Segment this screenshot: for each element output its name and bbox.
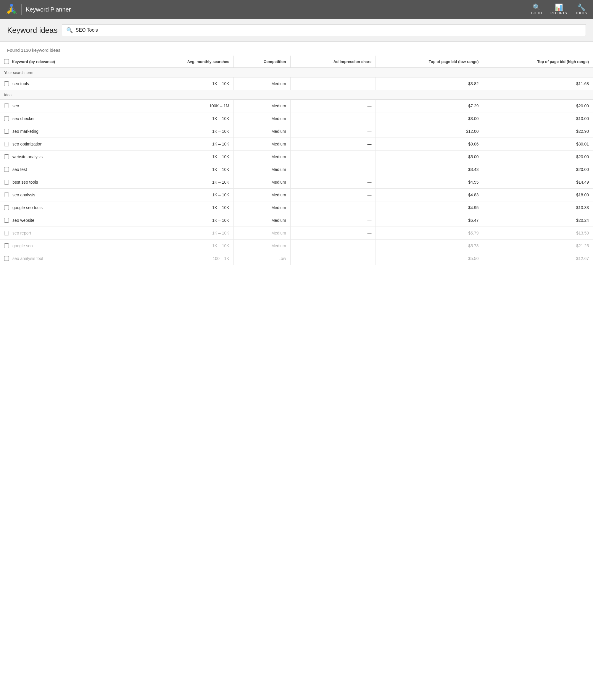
competition-cell: Low: [234, 252, 290, 265]
bid-low-cell: $6.47: [376, 214, 483, 227]
keyword-text: seo report: [12, 231, 31, 235]
keyword-cell: seo: [0, 100, 141, 113]
competition-cell: Medium: [234, 176, 290, 189]
keyword-cell: seo marketing: [0, 125, 141, 138]
row-checkbox[interactable]: [4, 256, 9, 261]
select-all-checkbox[interactable]: [4, 59, 9, 64]
row-checkbox[interactable]: [4, 103, 9, 108]
nav-reports[interactable]: 📊 REPORTS: [550, 4, 567, 15]
keyword-cell: seo test: [0, 163, 141, 176]
keyword-text: seo analysis: [12, 192, 35, 197]
bid-low-cell: $7.29: [376, 100, 483, 113]
ad-impression-cell: —: [290, 239, 376, 252]
competition-cell: Medium: [234, 202, 290, 214]
competition-cell: Medium: [234, 78, 290, 90]
results-count: Found 1130 keyword ideas: [7, 48, 61, 53]
keyword-cell: google seo tools: [0, 202, 141, 214]
bid-high-cell: $12.67: [483, 252, 593, 265]
search-box-icon: 🔍: [66, 27, 73, 33]
ad-impression-cell: —: [290, 78, 376, 90]
row-checkbox[interactable]: [4, 81, 9, 86]
bid-high-cell: $20.24: [483, 214, 593, 227]
table-row: website analysis1K – 10KMedium—$5.00$20.…: [0, 150, 593, 163]
row-checkbox[interactable]: [4, 231, 9, 235]
keyword-text: seo tools: [12, 81, 29, 86]
th-avg-monthly: Avg. monthly searches: [141, 56, 234, 68]
table-row: google seo1K – 10KMedium—$5.73$21.25: [0, 239, 593, 252]
keyword-text: seo checker: [12, 116, 35, 121]
bid-low-cell: $5.00: [376, 150, 483, 163]
results-bar: Found 1130 keyword ideas: [0, 42, 593, 56]
row-checkbox[interactable]: [4, 218, 9, 223]
table-row: seo analysis1K – 10KMedium—$4.83$18.00: [0, 189, 593, 202]
bid-high-cell: $10.00: [483, 113, 593, 125]
ad-impression-cell: —: [290, 202, 376, 214]
th-ad-impression: Ad impression share: [290, 56, 376, 68]
th-competition: Competition: [234, 56, 290, 68]
nav-tools-label: TOOLS: [575, 11, 587, 15]
avg-monthly-cell: 1K – 10K: [141, 239, 234, 252]
keyword-cell: seo tools: [0, 78, 141, 90]
keyword-cell: seo checker: [0, 113, 141, 125]
row-checkbox[interactable]: [4, 129, 9, 134]
table-row: seo tools1K – 10KMedium—$3.82$11.68: [0, 78, 593, 90]
avg-monthly-cell: 1K – 10K: [141, 150, 234, 163]
reports-icon: 📊: [555, 4, 563, 11]
avg-monthly-cell: 1K – 10K: [141, 138, 234, 150]
search-box: 🔍: [62, 24, 586, 36]
avg-monthly-cell: 1K – 10K: [141, 202, 234, 214]
bid-high-cell: $11.68: [483, 78, 593, 90]
avg-monthly-cell: 1K – 10K: [141, 113, 234, 125]
avg-monthly-cell: 1K – 10K: [141, 176, 234, 189]
row-checkbox[interactable]: [4, 192, 9, 197]
row-checkbox[interactable]: [4, 205, 9, 210]
th-top-bid-high: Top of page bid (high range): [483, 56, 593, 68]
bid-high-cell: $14.49: [483, 176, 593, 189]
keyword-cell: seo report: [0, 227, 141, 239]
avg-monthly-cell: 100K – 1M: [141, 100, 234, 113]
nav-goto-label: GO TO: [531, 11, 542, 15]
avg-monthly-cell: 1K – 10K: [141, 125, 234, 138]
nav-tools[interactable]: 🔧 TOOLS: [575, 4, 587, 15]
keyword-text: best seo tools: [12, 180, 38, 184]
header: Keyword Planner 🔍 GO TO 📊 REPORTS 🔧 TOOL…: [0, 0, 593, 19]
row-checkbox[interactable]: [4, 142, 9, 146]
table-body: Your search termseo tools1K – 10KMedium—…: [0, 68, 593, 265]
bid-low-cell: $4.55: [376, 176, 483, 189]
row-checkbox[interactable]: [4, 180, 9, 184]
page-title: Keyword ideas: [7, 26, 58, 35]
competition-cell: Medium: [234, 227, 290, 239]
bid-high-cell: $20.00: [483, 100, 593, 113]
competition-cell: Medium: [234, 113, 290, 125]
bid-low-cell: $5.79: [376, 227, 483, 239]
bid-low-cell: $5.50: [376, 252, 483, 265]
row-checkbox[interactable]: [4, 244, 9, 248]
competition-cell: Medium: [234, 138, 290, 150]
row-checkbox[interactable]: [4, 116, 9, 121]
bid-low-cell: $9.06: [376, 138, 483, 150]
bid-high-cell: $10.33: [483, 202, 593, 214]
search-icon: 🔍: [532, 4, 541, 11]
row-checkbox[interactable]: [4, 155, 9, 159]
search-input[interactable]: [76, 28, 582, 33]
table-row: seo analysis tool100 – 1KLow—$5.50$12.67: [0, 252, 593, 265]
row-checkbox[interactable]: [4, 167, 9, 172]
header-divider: [21, 4, 22, 15]
ad-impression-cell: —: [290, 113, 376, 125]
header-title: Keyword Planner: [26, 6, 71, 13]
avg-monthly-cell: 1K – 10K: [141, 214, 234, 227]
competition-cell: Medium: [234, 214, 290, 227]
svg-point-4: [7, 11, 10, 14]
keywords-table: Keyword (by relevance) Avg. monthly sear…: [0, 56, 593, 265]
nav-goto[interactable]: 🔍 GO TO: [531, 4, 542, 15]
avg-monthly-cell: 1K – 10K: [141, 227, 234, 239]
table-row: best seo tools1K – 10KMedium—$4.55$14.49: [0, 176, 593, 189]
table-row: seo marketing1K – 10KMedium—$12.00$22.90: [0, 125, 593, 138]
avg-monthly-cell: 1K – 10K: [141, 189, 234, 202]
keyword-cell: seo analysis: [0, 189, 141, 202]
bid-high-cell: $20.00: [483, 163, 593, 176]
keyword-text: seo analysis tool: [12, 256, 43, 261]
th-top-bid-low: Top of page bid (low range): [376, 56, 483, 68]
bid-low-cell: $3.43: [376, 163, 483, 176]
bid-low-cell: $4.83: [376, 189, 483, 202]
